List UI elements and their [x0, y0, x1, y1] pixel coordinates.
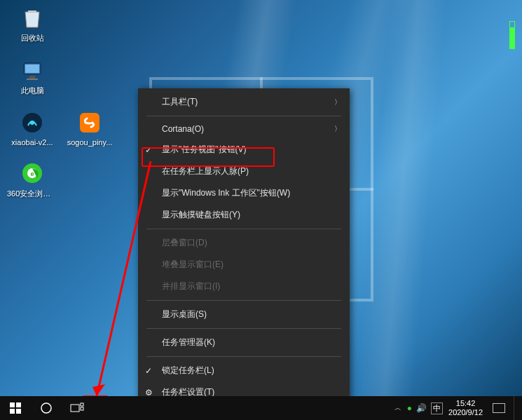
menu-toolbars[interactable]: 工具栏(T) 〉	[138, 91, 350, 113]
task-view-button[interactable]	[62, 396, 92, 420]
svg-rect-14	[10, 409, 15, 414]
check-icon: ✓	[145, 366, 152, 376]
menu-stacked-label: 堆叠显示窗口(E)	[162, 259, 224, 271]
svg-rect-2	[29, 76, 35, 79]
menu-cascade: 层叠窗口(D)	[138, 232, 350, 254]
menu-show-ink[interactable]: 显示"Windows Ink 工作区"按钮(W)	[138, 182, 350, 204]
menu-cascade-label: 层叠窗口(D)	[162, 237, 207, 249]
action-center-icon[interactable]	[493, 403, 505, 413]
svg-point-5	[30, 121, 34, 125]
browser360-icon[interactable]: e 360安全浏览器	[7, 159, 57, 199]
chevron-right-icon: 〉	[334, 124, 341, 134]
taskbar-right: ︿ ● 🔊 中 15:42 2020/9/12	[394, 396, 522, 420]
recycle-bin-icon[interactable]: 回收站	[7, 4, 57, 43]
menu-separator	[146, 328, 341, 329]
svg-rect-13	[16, 402, 21, 407]
menu-lock-taskbar[interactable]: ✓ 锁定任务栏(L)	[138, 360, 350, 381]
menu-stacked: 堆叠显示窗口(E)	[138, 254, 350, 276]
sogou-icon[interactable]: sogou_piny...	[64, 109, 115, 147]
tray-volume-icon[interactable]: 🔊	[416, 403, 427, 413]
menu-show-touch-keyboard-label: 显示触摸键盘按钮(Y)	[162, 209, 240, 221]
browser360-label: 360安全浏览器	[7, 189, 57, 199]
tray-360-icon[interactable]: ●	[407, 403, 412, 413]
tray-icons: ● 🔊 中	[407, 402, 443, 414]
taskbar-left	[0, 396, 92, 420]
menu-separator	[146, 356, 341, 357]
svg-rect-19	[81, 407, 83, 410]
svg-rect-12	[10, 402, 15, 407]
this-pc-icon[interactable]: 此电脑	[7, 56, 57, 96]
menu-cortana-label: Cortana(O)	[162, 124, 204, 134]
menu-cortana[interactable]: Cortana(O) 〉	[138, 119, 350, 139]
clock-time: 15:42	[448, 399, 483, 408]
menu-show-taskview-label: 显示"任务视图"按钮(V)	[162, 144, 247, 156]
cortana-circle-button[interactable]	[31, 396, 62, 420]
start-button[interactable]	[0, 396, 31, 420]
menu-toolbars-label: 工具栏(T)	[162, 96, 198, 108]
menu-show-people-label: 在任务栏上显示人脉(P)	[162, 165, 249, 177]
menu-show-touch-keyboard[interactable]: 显示触摸键盘按钮(Y)	[138, 204, 350, 226]
menu-task-manager[interactable]: 任务管理器(K)	[138, 332, 350, 353]
menu-separator	[146, 116, 341, 116]
svg-rect-17	[71, 405, 79, 412]
taskbar[interactable]: ︿ ● 🔊 中 15:42 2020/9/12	[0, 396, 522, 420]
battery-widget	[509, 21, 515, 49]
svg-text:e: e	[30, 170, 34, 177]
svg-point-16	[41, 403, 51, 413]
clock-date: 2020/9/12	[448, 408, 483, 417]
menu-separator	[146, 300, 341, 301]
svg-rect-18	[81, 403, 83, 406]
menu-show-ink-label: 显示"Windows Ink 工作区"按钮(W)	[162, 187, 290, 199]
tray-chevron-up-icon[interactable]: ︿	[394, 403, 401, 413]
xiaobai-label: xiaobai-v2...	[11, 138, 53, 147]
menu-task-manager-label: 任务管理器(K)	[162, 337, 215, 348]
menu-show-desktop-label: 显示桌面(S)	[162, 309, 207, 320]
menu-separator	[146, 229, 341, 229]
svg-rect-3	[27, 79, 38, 80]
tray-ime-label[interactable]: 中	[431, 402, 443, 414]
sogou-label: sogou_piny...	[67, 138, 113, 147]
chevron-right-icon: 〉	[334, 97, 341, 107]
svg-rect-1	[25, 65, 39, 73]
taskbar-context-menu: 工具栏(T) 〉 Cortana(O) 〉 ✓ 显示"任务视图"按钮(V) 在任…	[138, 88, 350, 406]
menu-lock-taskbar-label: 锁定任务栏(L)	[162, 365, 214, 377]
menu-show-taskview[interactable]: ✓ 显示"任务视图"按钮(V)	[138, 139, 350, 161]
xiaobai-icon[interactable]: xiaobai-v2...	[7, 109, 57, 147]
menu-sidebyside-label: 并排显示窗口(I)	[162, 280, 220, 292]
svg-rect-15	[16, 409, 21, 414]
check-icon: ✓	[145, 145, 152, 155]
menu-sidebyside: 并排显示窗口(I)	[138, 276, 350, 297]
this-pc-label: 此电脑	[21, 86, 44, 96]
show-desktop-button[interactable]	[514, 396, 518, 420]
clock[interactable]: 15:42 2020/9/12	[448, 399, 483, 417]
desktop-icons-area: 回收站 此电脑 xiaobai-v2... sogou_piny... e 36…	[7, 4, 115, 199]
recycle-bin-label: 回收站	[21, 33, 44, 43]
menu-show-desktop[interactable]: 显示桌面(S)	[138, 304, 350, 325]
menu-show-people[interactable]: 在任务栏上显示人脉(P)	[138, 161, 350, 182]
